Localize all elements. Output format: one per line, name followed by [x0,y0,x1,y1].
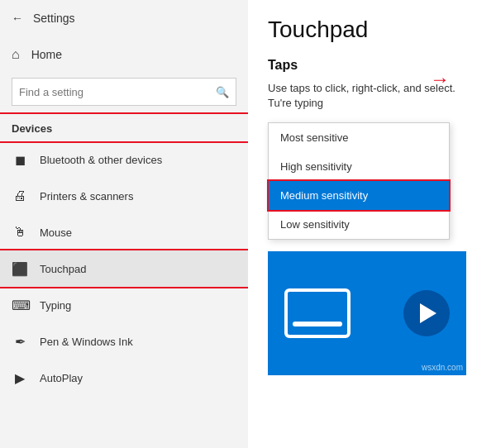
left-panel: ← Settings ⌂ Home 🔍 Devices ◼ Bluetooth … [0,0,248,448]
sidebar-item-mouse[interactable]: 🖱 Mouse [0,214,248,250]
touchpad-icon: ⬛ [12,261,28,277]
watermark: wsxdn.com [422,363,463,372]
bluetooth-icon: ◼ [12,152,28,168]
sidebar-item-pen[interactable]: ✒ Pen & Windows Ink [0,323,248,360]
option-most-sensitive[interactable]: Most sensitive [269,123,449,152]
pen-icon: ✒ [12,334,28,350]
home-icon: ⌂ [12,47,20,62]
touchpad-visual [284,288,351,338]
video-thumbnail[interactable]: wsxdn.com [268,251,466,375]
touchpad-bar [293,322,342,326]
bluetooth-label: Bluetooth & other devices [40,154,162,166]
dropdown-list: Most sensitive High sensitivity Medium s… [268,122,450,240]
option-high-sensitivity[interactable]: High sensitivity [269,152,449,181]
devices-section: Devices [0,114,248,141]
mouse-label: Mouse [40,226,72,239]
home-nav-item[interactable]: ⌂ Home [0,36,248,73]
search-box[interactable]: 🔍 [12,78,236,106]
sidebar-item-autoplay[interactable]: ▶ AutoPlay [0,360,248,396]
touchpad-label: Touchpad [40,263,86,275]
settings-title: Settings [33,12,75,25]
play-triangle-icon [420,303,436,323]
search-input[interactable] [19,86,216,98]
option-low-sensitivity[interactable]: Low sensitivity [269,210,449,239]
option-medium-sensitivity[interactable]: Medium sensitivity [269,181,449,210]
search-icon: 🔍 [216,86,229,98]
settings-header: ← Settings [0,0,248,36]
sidebar-item-touchpad[interactable]: ⬛ Touchpad [0,250,248,287]
devices-heading: Devices [12,119,236,138]
arrow-indicator: → [430,68,450,91]
sidebar-item-typing[interactable]: ⌨ Typing [0,287,248,323]
mouse-icon: 🖱 [12,225,28,240]
back-button[interactable]: ← [12,12,23,25]
typing-label: Typing [40,299,71,312]
autoplay-icon: ▶ [12,370,28,386]
pen-label: Pen & Windows Ink [40,336,133,348]
printers-label: Printers & scanners [40,190,133,203]
autoplay-label: AutoPlay [40,372,83,384]
sidebar-item-bluetooth[interactable]: ◼ Bluetooth & other devices [0,141,248,178]
home-label: Home [31,48,62,61]
sidebar-item-printers[interactable]: 🖨 Printers & scanners [0,178,248,214]
play-button[interactable] [403,290,450,336]
sensitivity-dropdown[interactable]: Most sensitive High sensitivity Medium s… [268,122,450,240]
right-panel: Touchpad Taps Use taps to click, right-c… [248,0,496,448]
typing-icon: ⌨ [12,298,28,313]
page-title: Touchpad [268,17,476,43]
printers-icon: 🖨 [12,188,28,203]
